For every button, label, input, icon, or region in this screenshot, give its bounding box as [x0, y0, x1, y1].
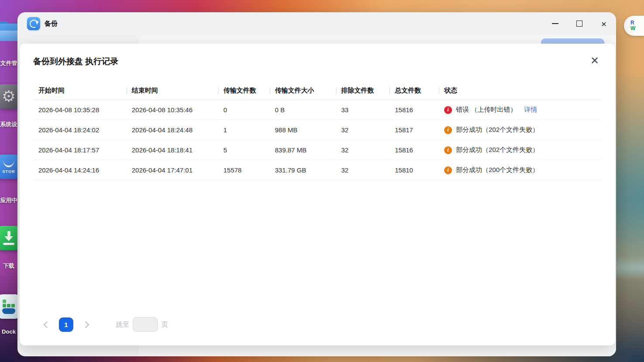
backup-app-window: 备份 × 备份到外接盘 执行记录 ✕ 开始时间结束时间传输文件数传输文件大小排除…: [17, 12, 616, 356]
status-badge: i 部分成功（202个文件失败）: [444, 146, 602, 154]
jump-page-input[interactable]: [133, 317, 158, 332]
window-title: 备份: [45, 12, 58, 35]
status-text: 部分成功（200个文件失败）: [456, 166, 539, 174]
cell-excluded-count: 32: [336, 160, 390, 180]
column-header: 结束时间: [127, 81, 218, 100]
cell-transferred-count: 15578: [218, 160, 270, 180]
details-link[interactable]: 详情: [524, 106, 537, 114]
table-body: 2026-04-08 10:35:28 2026-04-08 10:35:46 …: [33, 100, 602, 180]
cell-end-time: 2026-04-08 10:35:46: [127, 100, 218, 120]
cell-transferred-size: 331.79 GB: [270, 160, 336, 180]
info-icon: i: [444, 106, 452, 114]
edge-badge-letter-w: W: [630, 26, 644, 31]
table-row: 2026-04-04 18:24:02 2026-04-04 18:24:48 …: [33, 120, 602, 140]
cell-transferred-size: 0 B: [270, 100, 336, 120]
table-row: 2026-04-04 18:17:57 2026-04-04 18:18:41 …: [33, 140, 602, 160]
status-badge: i 部分成功（200个文件失败）: [444, 166, 602, 174]
dialog-title: 备份到外接盘 执行记录: [33, 56, 118, 67]
dialog-close-button[interactable]: ✕: [589, 55, 600, 66]
column-header: 开始时间: [33, 81, 127, 100]
info-icon: i: [444, 146, 452, 154]
chevron-left-icon: [43, 321, 50, 328]
minimize-button[interactable]: [543, 12, 567, 35]
cell-end-time: 2026-04-04 18:18:41: [127, 140, 218, 160]
maximize-icon: [576, 21, 582, 27]
cell-end-time: 2026-04-04 18:24:48: [127, 120, 218, 140]
column-header: 传输文件大小: [270, 81, 336, 100]
info-icon: i: [444, 166, 452, 174]
cell-start-time: 2026-04-08 10:35:28: [33, 100, 127, 120]
column-header: 状态: [439, 81, 602, 100]
cell-excluded-count: 33: [336, 100, 390, 120]
column-header: 传输文件数: [218, 81, 270, 100]
page-1-button[interactable]: 1: [59, 317, 73, 332]
status-text: 部分成功（202个文件失败）: [456, 146, 539, 154]
jump-label: 跳至: [116, 321, 129, 329]
titlebar: 备份 ×: [17, 12, 616, 35]
dialog-close-icon: ✕: [590, 55, 599, 66]
cell-total-count: 15810: [390, 160, 439, 180]
minimize-icon: [552, 23, 558, 24]
status-badge: i 错误 （上传时出错） 详情: [444, 106, 602, 114]
status-text: 部分成功（202个文件失败）: [456, 126, 539, 134]
next-page-button[interactable]: [79, 318, 92, 331]
cell-total-count: 15817: [390, 120, 439, 140]
cell-transferred-count: 0: [218, 100, 270, 120]
records-table: 开始时间结束时间传输文件数传输文件大小排除文件数总文件数状态 2026-04-0…: [33, 81, 602, 180]
cell-start-time: 2026-04-04 14:24:16: [33, 160, 127, 180]
cell-status: i 部分成功（202个文件失败）: [439, 140, 602, 160]
cell-transferred-count: 1: [218, 120, 270, 140]
cell-start-time: 2026-04-04 18:24:02: [33, 120, 127, 140]
cell-excluded-count: 32: [336, 140, 390, 160]
prev-page-button[interactable]: [40, 318, 53, 331]
cell-end-time: 2026-04-04 17:47:01: [127, 160, 218, 180]
info-icon: i: [444, 126, 452, 134]
cell-transferred-count: 5: [218, 140, 270, 160]
chevron-right-icon: [82, 321, 89, 328]
table-row: 2026-04-04 14:24:16 2026-04-04 17:47:01 …: [33, 160, 602, 180]
cell-transferred-size: 988 MB: [270, 120, 336, 140]
cell-total-count: 15816: [390, 140, 439, 160]
status-text: 错误 （上传时出错）: [456, 106, 517, 114]
close-button[interactable]: ×: [592, 12, 616, 35]
table-row: 2026-04-08 10:35:28 2026-04-08 10:35:46 …: [33, 100, 602, 120]
pagination: 1 跳至 页: [40, 317, 168, 332]
close-icon: ×: [601, 19, 606, 28]
page-unit-label: 页: [161, 321, 168, 329]
backup-app-icon: [27, 17, 40, 30]
record-dialog: 备份到外接盘 执行记录 ✕ 开始时间结束时间传输文件数传输文件大小排除文件数总文…: [20, 44, 615, 345]
cell-excluded-count: 32: [336, 120, 390, 140]
cell-start-time: 2026-04-04 18:17:57: [33, 140, 127, 160]
maximize-button[interactable]: [567, 12, 592, 35]
sync-icon: [28, 18, 39, 29]
status-badge: i 部分成功（202个文件失败）: [444, 126, 602, 134]
cell-status: i 部分成功（202个文件失败）: [439, 120, 602, 140]
table-header-row: 开始时间结束时间传输文件数传输文件大小排除文件数总文件数状态: [33, 81, 602, 100]
cell-status: i 部分成功（200个文件失败）: [439, 160, 602, 180]
cell-total-count: 15816: [390, 100, 439, 120]
cell-status: i 错误 （上传时出错） 详情: [439, 100, 602, 120]
column-header: 排除文件数: [336, 81, 390, 100]
cell-transferred-size: 839.87 MB: [270, 140, 336, 160]
column-header: 总文件数: [390, 81, 439, 100]
edge-app-badge[interactable]: R W: [624, 16, 644, 36]
